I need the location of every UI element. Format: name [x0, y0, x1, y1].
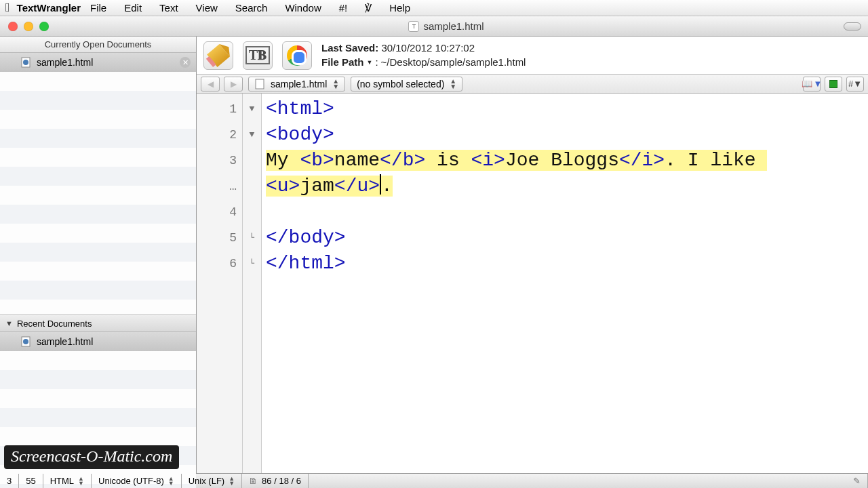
code-editor[interactable]: 1 2 3 … 4 5 6 ▼ ▼ └ └ <html> <bo [197, 94, 868, 473]
sidebar-open-file-label: sample1.html [37, 57, 93, 68]
apple-menu-icon[interactable]:  [5, 1, 10, 15]
file-path-value: ~/Desktop/sample/sample1.html [381, 56, 526, 69]
counterpart-button[interactable] [825, 77, 842, 92]
app-name[interactable]: TextWrangler [17, 2, 81, 14]
document-proxy-icon[interactable]: T [408, 21, 419, 32]
stepper-icon: ▲▼ [332, 79, 339, 89]
sidebar-recent-header-label: Recent Documents [17, 319, 92, 329]
svg-point-1 [23, 60, 28, 65]
window-controls [8, 22, 49, 31]
last-saved-value: 30/10/2012 10:27:02 [381, 42, 475, 54]
html-file-icon [20, 336, 31, 347]
status-char-number[interactable]: 55 [19, 474, 43, 488]
menu-scripts-icon[interactable]: ℣ [365, 2, 372, 14]
document-icon: 🗎 [249, 476, 258, 486]
chrome-icon [287, 45, 307, 66]
menu-text[interactable]: Text [159, 2, 178, 14]
includes-popup-button[interactable]: # ▼ [846, 77, 864, 92]
text-options-button[interactable]: T𝐁 [243, 41, 273, 70]
file-popup[interactable]: sample1.html ▲▼ [248, 77, 345, 92]
html-file-icon [20, 57, 31, 68]
file-path-label: File Path [321, 56, 364, 69]
green-square-icon [829, 80, 837, 88]
nav-back-button[interactable]: ◀ [201, 77, 220, 92]
symbol-popup-label: (no symbol selected) [357, 79, 444, 89]
window-titlebar: T sample1.html [0, 16, 868, 37]
code-line: <html> [266, 98, 334, 119]
documents-sidebar: Currently Open Documents sample1.html ✕ … [0, 37, 197, 473]
menu-view[interactable]: View [196, 2, 218, 14]
status-language-popup[interactable]: HTML▲▼ [43, 474, 92, 488]
disclosure-triangle-icon[interactable]: ▼ [5, 319, 13, 327]
menu-shebang[interactable]: #! [339, 2, 348, 14]
preview-in-browser-button[interactable] [282, 41, 312, 70]
menu-help[interactable]: Help [389, 2, 410, 14]
document-meta: Last Saved: 30/10/2012 10:27:02 File Pat… [321, 41, 526, 69]
svg-point-3 [23, 339, 28, 344]
menu-search[interactable]: Search [235, 2, 268, 14]
nav-forward-button[interactable]: ▶ [224, 77, 243, 92]
menu-file[interactable]: File [90, 2, 106, 14]
zoom-button[interactable] [39, 22, 49, 31]
code-line: </body> [266, 227, 346, 248]
document-toolbar: T𝐁 Last Saved: 30/10/2012 10:27:02 File … [197, 37, 868, 75]
status-encoding-popup[interactable]: Unicode (UTF-8)▲▼ [92, 474, 182, 488]
file-path-dropdown-icon[interactable]: ▼ [367, 58, 373, 66]
code-content[interactable]: <html> <body> My <b>name</b> is <i>Joe B… [262, 94, 868, 473]
sidebar-recent-file-label: sample1.html [37, 336, 93, 347]
status-line-endings-popup[interactable]: Unix (LF)▲▼ [182, 474, 242, 488]
menu-window[interactable]: Window [285, 2, 321, 14]
sidebar-recent-header[interactable]: ▼ Recent Documents [0, 314, 196, 332]
markers-popup-button[interactable]: 📖▼ [803, 77, 821, 92]
window-title: sample1.html [423, 20, 484, 32]
navigation-bar: ◀ ▶ sample1.html ▲▼ (no symbol selected)… [197, 75, 868, 94]
status-doc-stats[interactable]: 🗎86 / 18 / 6 [242, 474, 309, 488]
pencil-icon: ✎ [853, 476, 861, 486]
status-line-number[interactable]: 3 [0, 474, 19, 488]
mac-menubar:  TextWrangler File Edit Text View Searc… [0, 0, 868, 16]
edit-mode-button[interactable] [203, 41, 233, 70]
last-saved-label: Last Saved: [321, 42, 378, 54]
file-popup-label: sample1.html [271, 79, 327, 89]
svg-rect-4 [256, 79, 264, 89]
stepper-icon: ▲▼ [450, 79, 456, 89]
sidebar-open-docs-header: Currently Open Documents [0, 37, 196, 53]
editor-pane: T𝐁 Last Saved: 30/10/2012 10:27:02 File … [197, 37, 868, 473]
close-doc-icon[interactable]: ✕ [180, 57, 191, 68]
symbol-popup[interactable]: (no symbol selected) ▲▼ [351, 77, 462, 92]
code-line: </html> [266, 253, 346, 274]
text-options-icon: T𝐁 [245, 46, 270, 64]
status-pencil-icon[interactable]: ✎ [846, 474, 868, 488]
status-bar: 3 55 HTML▲▼ Unicode (UTF-8)▲▼ Unix (LF)▲… [0, 473, 868, 488]
line-number-gutter: 1 2 3 … 4 5 6 [197, 94, 243, 473]
screencast-watermark: Screencast-O-Matic.com [4, 445, 179, 469]
fold-gutter[interactable]: ▼ ▼ └ └ [243, 94, 262, 473]
menu-edit[interactable]: Edit [124, 2, 142, 14]
sidebar-item-recent-file[interactable]: sample1.html [0, 332, 196, 351]
document-icon [254, 79, 265, 89]
app-window: T sample1.html Currently Open Documents … [0, 16, 868, 488]
code-line: <body> [266, 124, 334, 145]
minimize-button[interactable] [24, 22, 33, 31]
sidebar-item-open-file[interactable]: sample1.html ✕ [0, 53, 196, 72]
toolbar-toggle-button[interactable] [844, 22, 861, 30]
pencil-icon [207, 44, 230, 67]
close-button[interactable] [8, 22, 18, 31]
